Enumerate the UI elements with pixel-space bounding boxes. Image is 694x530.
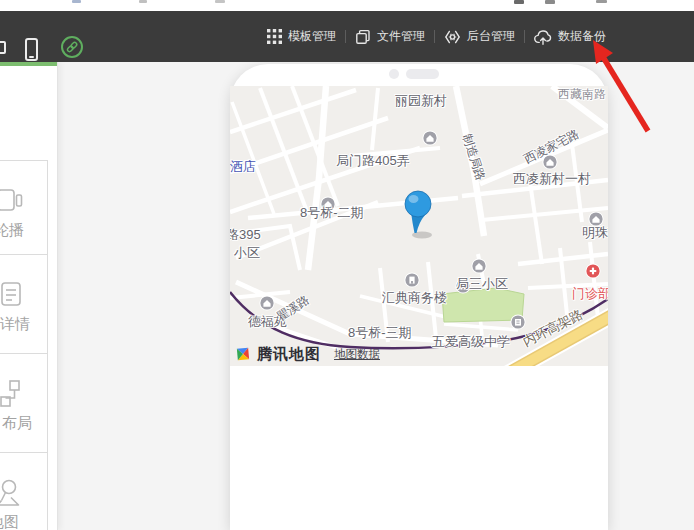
browser-remnant — [215, 0, 225, 3]
screen: 模板管理 文件管理 — [0, 0, 694, 530]
layout-icon — [0, 379, 25, 407]
phone-preview: 丽园新村西藏南路酒店局门路405弄制造局路西凌家宅路西凌新村一村明珠苑8号桥-二… — [230, 64, 608, 530]
location-pin-icon[interactable] — [398, 187, 440, 239]
map-green-area — [442, 288, 524, 322]
menu-label: 文件管理 — [377, 28, 425, 45]
menu-item-backend-management[interactable]: 后台管理 — [444, 28, 515, 45]
smartphone-icon[interactable] — [25, 38, 38, 61]
file-icon — [355, 29, 371, 45]
sidebar-item-detail[interactable]: 详情 — [0, 254, 48, 354]
detail-icon — [0, 280, 25, 308]
menu-item-data-backup[interactable]: 数据备份 — [534, 28, 606, 45]
link-icon[interactable] — [61, 36, 83, 58]
tencent-maps-logo-icon — [233, 344, 253, 364]
sidebar-item-label: 轮播 — [0, 221, 24, 240]
browser-strip — [0, 0, 694, 11]
menu-label: 后台管理 — [467, 28, 515, 45]
topbar-menu: 模板管理 文件管理 — [267, 11, 606, 62]
browser-remnant — [514, 0, 524, 4]
desktop-icon[interactable] — [0, 41, 6, 54]
gear-icon — [444, 29, 461, 45]
map-provider-logo-text: 腾讯地图 — [257, 345, 321, 364]
browser-remnant — [139, 0, 147, 3]
speaker-pill-icon — [406, 69, 439, 79]
browser-remnant — [72, 0, 81, 3]
menu-label: 数据备份 — [558, 28, 606, 45]
map-attribution: 腾讯地图 地图数据 — [233, 344, 380, 364]
topbar: 模板管理 文件管理 — [0, 11, 694, 62]
map-pin-icon — [0, 478, 23, 506]
menu-separator — [524, 30, 525, 43]
map-data-link[interactable]: 地图数据 — [334, 347, 380, 362]
editor-canvas: 丽园新村西藏南路酒店局门路405弄制造局路西凌家宅路西凌新村一村明珠苑8号桥-二… — [57, 62, 694, 530]
menu-item-template-management[interactable]: 模板管理 — [267, 28, 336, 45]
menu-label: 模板管理 — [288, 28, 336, 45]
sidebar-item-label: 地图 — [0, 513, 19, 530]
map-component[interactable]: 丽园新村西藏南路酒店局门路405弄制造局路西凌家宅路西凌新村一村明珠苑8号桥-二… — [230, 86, 608, 366]
sidebar-item-map[interactable]: 地图 — [0, 452, 48, 530]
menu-separator — [345, 30, 346, 43]
sidebar-item-layout[interactable]: 布局 — [0, 353, 48, 453]
camera-dot-icon — [389, 69, 399, 79]
grid-icon — [267, 29, 282, 44]
sidebar-item-label: 布局 — [2, 414, 32, 433]
sidebar-item-label: 详情 — [0, 315, 30, 334]
sidebar-items: 轮播 详情 — [0, 161, 48, 530]
menu-separator — [434, 30, 435, 43]
chain-link-icon — [64, 39, 80, 55]
carousel-icon — [0, 186, 23, 214]
sidebar-accent-bar — [0, 62, 57, 66]
browser-remnant — [545, 0, 555, 4]
sidebar-item-carousel[interactable]: 轮播 — [0, 160, 48, 255]
menu-item-file-management[interactable]: 文件管理 — [355, 28, 425, 45]
sidebar: 轮播 详情 — [0, 62, 58, 530]
cloud-upload-icon — [534, 29, 552, 45]
browser-remnant — [596, 0, 607, 3]
